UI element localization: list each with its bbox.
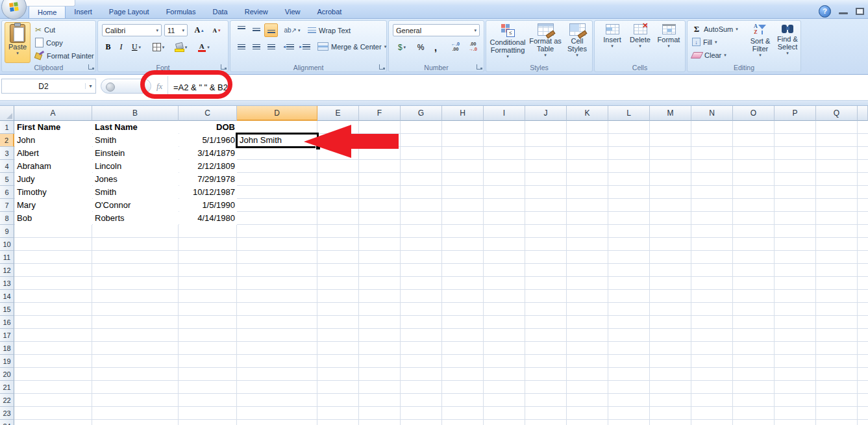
- clear-button[interactable]: Clear ▾: [690, 49, 728, 61]
- dialog-launcher-icon[interactable]: [88, 64, 94, 70]
- row-header-1[interactable]: 1: [0, 121, 14, 134]
- italic-button[interactable]: I: [115, 40, 127, 54]
- column-header-F[interactable]: F: [359, 106, 401, 121]
- accounting-format-button[interactable]: $ ▾: [393, 40, 411, 54]
- underline-button[interactable]: U ▾: [128, 40, 145, 54]
- column-header-C[interactable]: C: [179, 106, 237, 121]
- row-header-20[interactable]: 20: [0, 368, 14, 381]
- align-top-button[interactable]: [234, 23, 248, 37]
- row-header-18[interactable]: 18: [0, 342, 14, 355]
- comma-style-button[interactable]: ,: [429, 40, 442, 54]
- dialog-launcher-icon[interactable]: [378, 64, 385, 70]
- row-header-9[interactable]: 9: [0, 225, 14, 238]
- cell-C5[interactable]: 7/29/1978: [179, 173, 237, 186]
- align-center-button[interactable]: [249, 40, 263, 53]
- name-box[interactable]: D2 ▾: [1, 79, 96, 94]
- cell-A5[interactable]: Judy: [15, 173, 92, 186]
- help-button[interactable]: ?: [819, 5, 831, 18]
- cut-button[interactable]: ✂ Cut: [33, 23, 57, 36]
- format-painter-button[interactable]: Format Painter: [33, 49, 96, 62]
- number-format-combo[interactable]: General ▾: [393, 24, 480, 36]
- cell-A8[interactable]: Bob: [15, 212, 92, 225]
- cell-B2[interactable]: Smith: [93, 134, 179, 147]
- row-header-23[interactable]: 23: [0, 407, 14, 420]
- column-header-E[interactable]: E: [317, 106, 359, 121]
- row-header-7[interactable]: 7: [0, 199, 14, 212]
- align-middle-button[interactable]: [249, 23, 263, 37]
- row-header-3[interactable]: 3: [0, 147, 14, 160]
- row-header-16[interactable]: 16: [0, 316, 14, 329]
- format-as-table-button[interactable]: Format as Table ▾: [529, 23, 562, 57]
- row-header-8[interactable]: 8: [0, 212, 14, 225]
- fill-button[interactable]: ↓ Fill ▾: [690, 36, 719, 48]
- insert-cells-button[interactable]: Insert ▾: [600, 24, 625, 48]
- copy-button[interactable]: Copy: [33, 36, 65, 49]
- percent-style-button[interactable]: %: [414, 40, 428, 54]
- quick-access-toolbar-fragment[interactable]: [23, 0, 75, 6]
- row-header-14[interactable]: 14: [0, 290, 14, 303]
- decrease-indent-button[interactable]: ◂: [281, 40, 296, 53]
- paste-button[interactable]: Paste ▾: [5, 22, 31, 63]
- cell-C7[interactable]: 1/5/1990: [179, 199, 237, 212]
- column-header-L[interactable]: L: [608, 106, 650, 121]
- dialog-launcher-icon[interactable]: [476, 64, 482, 70]
- cell-A2[interactable]: John: [15, 134, 92, 147]
- cell-B4[interactable]: Lincoln: [93, 160, 179, 173]
- worksheet-grid[interactable]: ABCDEFGHIJKLMNOPQ12345678910111213141516…: [0, 106, 868, 425]
- align-left-button[interactable]: [234, 40, 248, 53]
- column-header-N[interactable]: N: [691, 106, 733, 121]
- cell-C4[interactable]: 2/12/1809: [179, 160, 237, 173]
- merge-center-button[interactable]: Merge & Center ▾: [316, 40, 388, 53]
- delete-cells-button[interactable]: ✕ Delete ▾: [627, 24, 653, 48]
- tab-data[interactable]: Data: [204, 5, 236, 18]
- column-header-H[interactable]: H: [442, 106, 484, 121]
- cell-B3[interactable]: Einstein: [93, 147, 179, 160]
- tab-home[interactable]: Home: [29, 5, 66, 18]
- font-name-combo[interactable]: Calibri ▾: [102, 24, 162, 36]
- tab-insert[interactable]: Insert: [66, 5, 101, 18]
- row-header-6[interactable]: 6: [0, 186, 14, 199]
- increase-indent-button[interactable]: ▸: [297, 40, 312, 53]
- font-color-button[interactable]: A ▾: [193, 40, 214, 54]
- column-header-partial[interactable]: [858, 106, 868, 121]
- sort-filter-button[interactable]: AZ Sort & Filter ▾: [747, 23, 773, 57]
- tab-acrobat[interactable]: Acrobat: [308, 5, 350, 18]
- row-header-21[interactable]: 21: [0, 381, 14, 394]
- grow-font-button[interactable]: A ▴: [191, 23, 207, 37]
- tab-view[interactable]: View: [277, 5, 309, 18]
- cell-A6[interactable]: Timothy: [15, 186, 92, 199]
- fill-handle[interactable]: [316, 145, 320, 149]
- cell-B6[interactable]: Smith: [93, 186, 179, 199]
- tab-formulas[interactable]: Formulas: [158, 5, 205, 18]
- row-header-17[interactable]: 17: [0, 329, 14, 342]
- borders-button[interactable]: ▾: [149, 40, 168, 54]
- autosum-button[interactable]: Σ AutoSum ▾: [690, 23, 740, 35]
- column-header-P[interactable]: P: [775, 106, 816, 121]
- column-header-J[interactable]: J: [525, 106, 567, 121]
- column-header-Q[interactable]: Q: [816, 106, 858, 121]
- find-select-button[interactable]: Find & Select ▾: [775, 23, 800, 55]
- column-header-D[interactable]: D: [237, 106, 317, 121]
- column-header-B[interactable]: B: [92, 106, 179, 121]
- fill-color-button[interactable]: ▾: [171, 40, 191, 54]
- row-header-22[interactable]: 22: [0, 394, 14, 407]
- cell-C2[interactable]: 5/1/1960: [179, 134, 237, 147]
- restore-button[interactable]: [856, 8, 864, 15]
- wrap-text-button[interactable]: Wrap Text: [306, 24, 353, 36]
- align-bottom-button[interactable]: [264, 23, 278, 37]
- row-header-10[interactable]: 10: [0, 238, 14, 251]
- cell-C3[interactable]: 3/14/1879: [179, 147, 237, 160]
- cell-C1[interactable]: DOB: [179, 121, 237, 134]
- decrease-decimal-button[interactable]: .00→.0: [465, 40, 481, 53]
- column-header-K[interactable]: K: [567, 106, 608, 121]
- column-header-O[interactable]: O: [733, 106, 775, 121]
- column-header-I[interactable]: I: [484, 106, 525, 121]
- minimize-button[interactable]: [839, 12, 848, 14]
- cell-B1[interactable]: Last Name: [93, 121, 179, 134]
- row-header-4[interactable]: 4: [0, 160, 14, 173]
- bold-button[interactable]: B: [102, 40, 114, 54]
- row-header-15[interactable]: 15: [0, 303, 14, 316]
- cell-B8[interactable]: Roberts: [93, 212, 179, 225]
- tab-page-layout[interactable]: Page Layout: [101, 5, 158, 18]
- format-cells-button[interactable]: Format ▾: [656, 24, 682, 48]
